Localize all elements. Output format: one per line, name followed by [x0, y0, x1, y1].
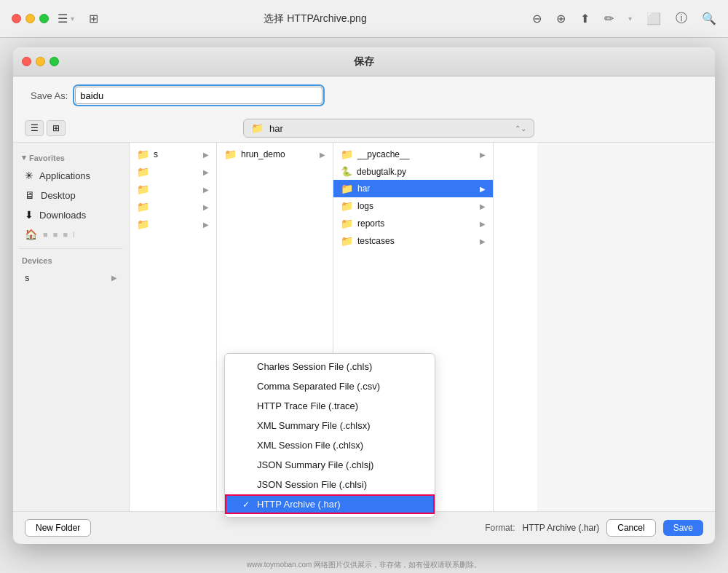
- file-item[interactable]: 📁 ▶: [130, 198, 216, 216]
- save-dialog: 保存 Save As: ☰ ⊞ 📁 har ⌃⌄ ▾ Favorites ✳ A…: [13, 47, 715, 544]
- zoom-in-icon[interactable]: ⊕: [556, 12, 566, 25]
- file-chevron: ▶: [480, 237, 486, 245]
- file-label: logs: [357, 201, 475, 211]
- dropdown-item-chls[interactable]: Charles Session File (.chls): [225, 357, 435, 376]
- share-icon[interactable]: ⬆: [580, 12, 590, 25]
- format-label: Format:: [485, 523, 515, 533]
- grid-icon: ⊞: [89, 12, 98, 25]
- sidebar-divider: [19, 248, 123, 249]
- save-as-label: Save As:: [31, 90, 68, 101]
- file-chevron: ▶: [480, 220, 486, 228]
- sidebar: ▾ Favorites ✳ Applications 🖥 Desktop ⬇ D…: [13, 143, 130, 511]
- watermark: www.toymoban.com 网络图片仅供展示，非存储，如有侵权请联系删除。: [0, 560, 728, 570]
- file-item-har[interactable]: 📁 har ▶: [333, 180, 493, 197]
- dropdown-item-csv[interactable]: Comma Separated File (.csv): [225, 376, 435, 396]
- dropdown-item-har[interactable]: ✓ HTTP Archive (.har): [225, 494, 435, 514]
- close-button[interactable]: [12, 14, 21, 23]
- format-dropdown-menu[interactable]: Charles Session File (.chls) Comma Separ…: [224, 353, 435, 518]
- location-dropdown[interactable]: 📁 har ⌃⌄: [243, 119, 534, 138]
- dropdown-item-chlsi[interactable]: JSON Session File (.chlsi): [225, 475, 435, 494]
- file-label: testcases: [357, 236, 475, 246]
- file-item[interactable]: 📁 s ▶: [130, 146, 216, 163]
- info-icon[interactable]: ⓘ: [676, 11, 687, 26]
- zoom-out-icon[interactable]: ⊖: [532, 12, 542, 25]
- file-label: hrun_demo: [241, 149, 315, 159]
- save-button[interactable]: Save: [663, 520, 703, 536]
- sidebar-item-device[interactable]: s ▶: [16, 269, 126, 287]
- file-item[interactable]: 📁 ▶: [130, 181, 216, 198]
- sidebar-item-home[interactable]: 🏠 ■ ■ ■ l: [16, 225, 126, 244]
- search-icon[interactable]: 🔍: [702, 12, 716, 25]
- dropdown-item-chlsx-summary[interactable]: XML Summary File (.chlsx): [225, 416, 435, 435]
- file-item-testcases[interactable]: 📁 testcases ▶: [333, 232, 493, 250]
- sidebar-item-label: s: [25, 272, 30, 283]
- dialog-close-button[interactable]: [22, 57, 31, 66]
- sidebar-item-downloads[interactable]: ⬇ Downloads: [16, 205, 126, 224]
- file-chevron: ▶: [203, 168, 209, 176]
- sidebar-toggle[interactable]: ☰ ▾: [58, 12, 74, 25]
- file-label: reports: [357, 218, 475, 229]
- home-icon: 🏠: [25, 229, 37, 240]
- file-column-4: [494, 143, 537, 511]
- toolbar-icons: ⊖ ⊕ ⬆ ✏ ▾ ⬜ ⓘ 🔍: [532, 11, 716, 26]
- dialog-maximize-button[interactable]: [50, 57, 59, 66]
- file-item[interactable]: 📁 ▶: [130, 216, 216, 233]
- file-item-logs[interactable]: 📁 logs ▶: [333, 197, 493, 215]
- file-item[interactable]: 📁 ▶: [130, 163, 216, 181]
- sidebar-item-label: Downloads: [39, 210, 86, 221]
- file-chevron: ▶: [203, 186, 209, 194]
- downloads-icon: ⬇: [25, 209, 33, 221]
- file-label: __pycache__: [357, 149, 475, 159]
- grid-view-button[interactable]: ⊞: [47, 120, 66, 136]
- dropdown-item-chlsx-session[interactable]: XML Session File (.chlsx): [225, 435, 435, 455]
- file-label: debugtalk.py: [357, 167, 486, 177]
- list-view-button[interactable]: ☰: [25, 120, 44, 136]
- format-section: Charles Session File (.chls) Comma Separ…: [13, 511, 715, 544]
- maximize-button[interactable]: [39, 14, 49, 23]
- grid-toggle[interactable]: ⊞: [89, 12, 98, 25]
- devices-header: Devices: [13, 253, 129, 268]
- new-folder-button[interactable]: New Folder: [25, 519, 91, 537]
- collapse-icon[interactable]: ▾: [22, 153, 26, 162]
- sidebar-item-applications[interactable]: ✳ Applications: [16, 166, 126, 185]
- sidebar-item-label: Desktop: [41, 190, 76, 201]
- file-chevron: ▶: [203, 203, 209, 211]
- save-as-row: Save As:: [13, 76, 715, 114]
- file-chevron: ▶: [480, 151, 486, 159]
- file-item-debugtalk[interactable]: 🐍 debugtalk.py: [333, 163, 493, 180]
- cancel-button[interactable]: Cancel: [606, 519, 655, 537]
- file-chevron: ▶: [480, 202, 486, 210]
- desktop-icon: 🖥: [25, 189, 35, 201]
- device-chevron: ▶: [111, 274, 117, 282]
- sidebar-icon: ☰: [58, 12, 68, 25]
- file-item-reports[interactable]: 📁 reports ▶: [333, 215, 493, 232]
- folder-icon: 📁: [251, 122, 264, 134]
- dialog-traffic-lights: [22, 57, 59, 66]
- file-chevron: ▶: [203, 221, 209, 229]
- dialog-minimize-button[interactable]: [36, 57, 45, 66]
- mac-titlebar: ☰ ▾ ⊞ 选择 HTTPArchive.png ⊖ ⊕ ⬆ ✏ ▾ ⬜ ⓘ 🔍: [0, 0, 728, 38]
- mac-traffic-lights: [12, 14, 49, 23]
- favorites-header: ▾ Favorites: [13, 150, 129, 165]
- applications-icon: ✳: [25, 170, 33, 181]
- file-item-hrun-demo[interactable]: 📁 hrun_demo ▶: [217, 146, 333, 163]
- toolbar-row: ☰ ⊞ 📁 har ⌃⌄: [13, 114, 715, 143]
- edit-icon[interactable]: ✏: [604, 12, 614, 25]
- save-as-input[interactable]: [75, 87, 323, 104]
- dialog-titlebar: 保存: [13, 47, 715, 76]
- file-column-1: 📁 s ▶ 📁 ▶ 📁 ▶ 📁 ▶: [130, 143, 217, 511]
- file-item-pycache[interactable]: 📁 __pycache__ ▶: [333, 146, 493, 163]
- window-title: 选择 HTTPArchive.png: [107, 12, 523, 25]
- sidebar-item-label: ■ ■ ■ l: [43, 230, 76, 239]
- sidebar-item-label: Applications: [39, 170, 90, 181]
- dialog-title: 保存: [354, 55, 374, 68]
- window-icon[interactable]: ⬜: [646, 12, 661, 25]
- dropdown-item-trace[interactable]: HTTP Trace File (.trace): [225, 396, 435, 416]
- minimize-button[interactable]: [25, 14, 35, 23]
- sidebar-item-desktop[interactable]: 🖥 Desktop: [16, 186, 126, 205]
- file-chevron: ▶: [480, 185, 486, 193]
- format-value: HTTP Archive (.har): [522, 523, 599, 533]
- dropdown-item-chlsj[interactable]: JSON Summary File (.chlsj): [225, 455, 435, 475]
- location-name: har: [269, 123, 509, 134]
- file-chevron: ▶: [320, 151, 325, 159]
